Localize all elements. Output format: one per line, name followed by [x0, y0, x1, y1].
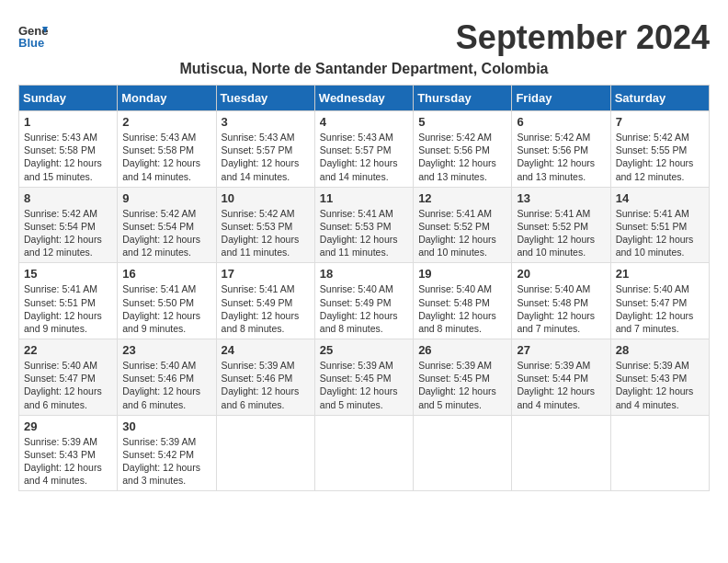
- day-info: Sunrise: 5:40 AMSunset: 5:47 PMDaylight:…: [24, 359, 112, 411]
- table-row: [512, 415, 610, 491]
- logo-icon: General Blue: [18, 22, 48, 52]
- day-number: 5: [418, 115, 506, 129]
- day-info: Sunrise: 5:42 AMSunset: 5:56 PMDaylight:…: [418, 131, 506, 183]
- day-number: 10: [222, 191, 310, 205]
- day-info: Sunrise: 5:39 AMSunset: 5:45 PMDaylight:…: [320, 359, 408, 411]
- table-row: 8Sunrise: 5:42 AMSunset: 5:54 PMDaylight…: [19, 187, 118, 263]
- day-info: Sunrise: 5:41 AMSunset: 5:52 PMDaylight:…: [517, 207, 605, 259]
- svg-text:Blue: Blue: [18, 36, 44, 50]
- title-area: September 2024: [456, 18, 710, 57]
- day-info: Sunrise: 5:42 AMSunset: 5:55 PMDaylight:…: [616, 131, 704, 183]
- table-row: 10Sunrise: 5:42 AMSunset: 5:53 PMDayligh…: [216, 187, 314, 263]
- day-info: Sunrise: 5:41 AMSunset: 5:50 PMDaylight:…: [122, 282, 210, 335]
- table-row: 15Sunrise: 5:41 AMSunset: 5:51 PMDayligh…: [19, 263, 118, 339]
- day-number: 29: [24, 419, 112, 433]
- month-year-title: September 2024: [456, 18, 710, 57]
- logo: General Blue: [18, 22, 51, 52]
- day-info: Sunrise: 5:41 AMSunset: 5:49 PMDaylight:…: [222, 282, 310, 335]
- day-number: 3: [222, 115, 310, 129]
- table-row: 17Sunrise: 5:41 AMSunset: 5:49 PMDayligh…: [216, 263, 314, 339]
- table-row: 23Sunrise: 5:40 AMSunset: 5:46 PMDayligh…: [118, 339, 216, 416]
- day-number: 30: [122, 419, 210, 433]
- table-row: 16Sunrise: 5:41 AMSunset: 5:50 PMDayligh…: [118, 263, 216, 339]
- col-wednesday: Wednesday: [314, 86, 413, 111]
- table-row: 7Sunrise: 5:42 AMSunset: 5:55 PMDaylight…: [610, 111, 709, 188]
- day-number: 20: [517, 267, 605, 281]
- col-tuesday: Tuesday: [216, 86, 314, 111]
- day-number: 4: [320, 115, 408, 129]
- table-row: 6Sunrise: 5:42 AMSunset: 5:56 PMDaylight…: [512, 111, 610, 188]
- table-row: [314, 415, 413, 491]
- col-sunday: Sunday: [19, 86, 118, 111]
- day-number: 13: [517, 191, 605, 205]
- day-info: Sunrise: 5:42 AMSunset: 5:53 PMDaylight:…: [222, 207, 310, 259]
- day-info: Sunrise: 5:43 AMSunset: 5:57 PMDaylight:…: [222, 131, 310, 183]
- table-row: 18Sunrise: 5:40 AMSunset: 5:49 PMDayligh…: [314, 263, 413, 339]
- table-row: 1Sunrise: 5:43 AMSunset: 5:58 PMDaylight…: [19, 111, 118, 188]
- day-number: 8: [24, 191, 112, 205]
- day-number: 18: [320, 267, 408, 281]
- table-row: 11Sunrise: 5:41 AMSunset: 5:53 PMDayligh…: [314, 187, 413, 263]
- col-friday: Friday: [512, 86, 610, 111]
- day-number: 15: [24, 267, 112, 281]
- day-info: Sunrise: 5:42 AMSunset: 5:54 PMDaylight:…: [24, 207, 112, 259]
- table-row: 9Sunrise: 5:42 AMSunset: 5:54 PMDaylight…: [118, 187, 216, 263]
- table-row: 2Sunrise: 5:43 AMSunset: 5:58 PMDaylight…: [118, 111, 216, 188]
- day-number: 25: [320, 343, 408, 357]
- day-info: Sunrise: 5:40 AMSunset: 5:46 PMDaylight:…: [122, 359, 210, 411]
- table-row: 19Sunrise: 5:40 AMSunset: 5:48 PMDayligh…: [414, 263, 512, 339]
- calendar-week-row: 22Sunrise: 5:40 AMSunset: 5:47 PMDayligh…: [19, 339, 710, 416]
- col-saturday: Saturday: [610, 86, 709, 111]
- day-info: Sunrise: 5:43 AMSunset: 5:58 PMDaylight:…: [24, 131, 112, 183]
- day-info: Sunrise: 5:41 AMSunset: 5:53 PMDaylight:…: [320, 207, 408, 259]
- table-row: 20Sunrise: 5:40 AMSunset: 5:48 PMDayligh…: [512, 263, 610, 339]
- calendar-table: Sunday Monday Tuesday Wednesday Thursday…: [18, 85, 710, 491]
- calendar-week-row: 8Sunrise: 5:42 AMSunset: 5:54 PMDaylight…: [19, 187, 710, 263]
- col-thursday: Thursday: [414, 86, 512, 111]
- day-number: 28: [616, 343, 704, 357]
- table-row: 27Sunrise: 5:39 AMSunset: 5:44 PMDayligh…: [512, 339, 610, 416]
- day-number: 21: [616, 267, 704, 281]
- table-row: 5Sunrise: 5:42 AMSunset: 5:56 PMDaylight…: [414, 111, 512, 188]
- day-info: Sunrise: 5:39 AMSunset: 5:42 PMDaylight:…: [122, 435, 210, 488]
- table-row: 3Sunrise: 5:43 AMSunset: 5:57 PMDaylight…: [216, 111, 314, 188]
- calendar-week-row: 15Sunrise: 5:41 AMSunset: 5:51 PMDayligh…: [19, 263, 710, 339]
- day-number: 26: [418, 343, 506, 357]
- day-info: Sunrise: 5:41 AMSunset: 5:51 PMDaylight:…: [616, 207, 704, 259]
- table-row: 21Sunrise: 5:40 AMSunset: 5:47 PMDayligh…: [610, 263, 709, 339]
- day-info: Sunrise: 5:43 AMSunset: 5:57 PMDaylight:…: [320, 131, 408, 183]
- day-info: Sunrise: 5:42 AMSunset: 5:54 PMDaylight:…: [122, 207, 210, 259]
- day-info: Sunrise: 5:39 AMSunset: 5:43 PMDaylight:…: [616, 359, 704, 411]
- day-number: 27: [517, 343, 605, 357]
- table-row: 26Sunrise: 5:39 AMSunset: 5:45 PMDayligh…: [414, 339, 512, 416]
- day-number: 16: [122, 267, 210, 281]
- day-number: 11: [320, 191, 408, 205]
- table-row: 29Sunrise: 5:39 AMSunset: 5:43 PMDayligh…: [19, 415, 118, 491]
- col-monday: Monday: [118, 86, 216, 111]
- calendar-header-row: Sunday Monday Tuesday Wednesday Thursday…: [19, 86, 710, 111]
- day-number: 19: [418, 267, 506, 281]
- calendar-week-row: 1Sunrise: 5:43 AMSunset: 5:58 PMDaylight…: [19, 111, 710, 188]
- table-row: 12Sunrise: 5:41 AMSunset: 5:52 PMDayligh…: [414, 187, 512, 263]
- table-row: [414, 415, 512, 491]
- day-info: Sunrise: 5:39 AMSunset: 5:43 PMDaylight:…: [24, 435, 112, 488]
- day-number: 1: [24, 115, 112, 129]
- table-row: [610, 415, 709, 491]
- table-row: 14Sunrise: 5:41 AMSunset: 5:51 PMDayligh…: [610, 187, 709, 263]
- day-info: Sunrise: 5:40 AMSunset: 5:47 PMDaylight:…: [616, 282, 704, 335]
- day-info: Sunrise: 5:41 AMSunset: 5:51 PMDaylight:…: [24, 282, 112, 335]
- table-row: 28Sunrise: 5:39 AMSunset: 5:43 PMDayligh…: [610, 339, 709, 416]
- table-row: 30Sunrise: 5:39 AMSunset: 5:42 PMDayligh…: [118, 415, 216, 491]
- day-info: Sunrise: 5:40 AMSunset: 5:49 PMDaylight:…: [320, 282, 408, 335]
- day-number: 23: [122, 343, 210, 357]
- day-info: Sunrise: 5:39 AMSunset: 5:45 PMDaylight:…: [418, 359, 506, 411]
- table-row: [216, 415, 314, 491]
- day-info: Sunrise: 5:43 AMSunset: 5:58 PMDaylight:…: [122, 131, 210, 183]
- day-number: 14: [616, 191, 704, 205]
- calendar-week-row: 29Sunrise: 5:39 AMSunset: 5:43 PMDayligh…: [19, 415, 710, 491]
- day-info: Sunrise: 5:40 AMSunset: 5:48 PMDaylight:…: [517, 282, 605, 335]
- table-row: 24Sunrise: 5:39 AMSunset: 5:46 PMDayligh…: [216, 339, 314, 416]
- day-number: 12: [418, 191, 506, 205]
- table-row: 4Sunrise: 5:43 AMSunset: 5:57 PMDaylight…: [314, 111, 413, 188]
- day-number: 2: [122, 115, 210, 129]
